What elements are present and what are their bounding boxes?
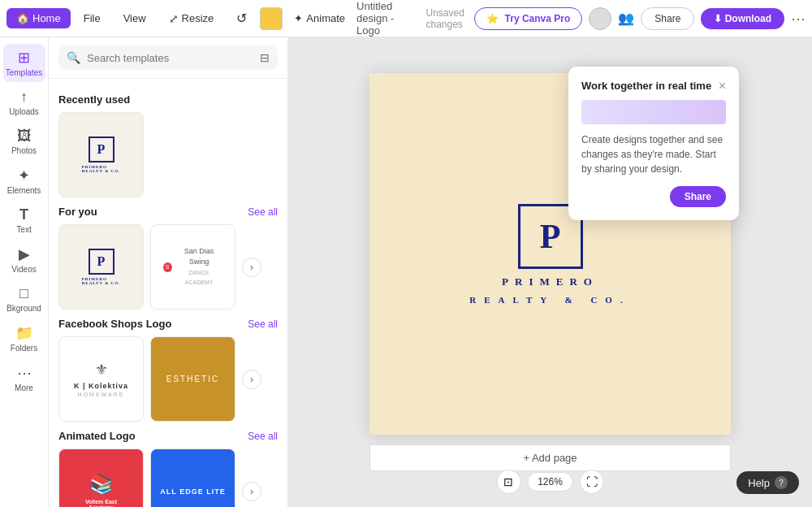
photos-tool-label: Photos — [11, 146, 37, 155]
try-canva-pro-button[interactable]: ⭐ Try Canva Pro — [474, 7, 582, 30]
for-you-header: For you See all — [58, 206, 278, 218]
facebook-shops-header: Facebook Shops Logo See all — [58, 318, 278, 330]
search-bar: 🔍 ⊟ — [49, 37, 287, 79]
avatar[interactable] — [589, 7, 611, 30]
file-button[interactable]: File — [74, 8, 110, 28]
download-label: Download — [725, 13, 771, 24]
tool-photos[interactable]: 🖼 Photos — [3, 123, 45, 160]
help-button[interactable]: Help ? — [736, 471, 799, 494]
filter-icon[interactable]: ⊟ — [260, 51, 270, 64]
more-tool-label: More — [15, 384, 33, 392]
for-you-see-all[interactable]: See all — [248, 206, 278, 218]
help-label: Help — [748, 477, 770, 489]
for-you-card-primero[interactable]: P PRIMEROREALTY & CO. — [58, 224, 144, 310]
tool-folders[interactable]: 📁 Folders — [3, 319, 45, 358]
topbar-left: 🏠 Home File View ⤢ Resize ↺ ✦ Animate — [6, 6, 353, 30]
vollem-text: Vollem EastAcademy — [85, 499, 117, 508]
tooltip-popup: Work together in real time × Create desi… — [568, 67, 739, 220]
resize-button[interactable]: ⤢ Resize — [159, 8, 224, 29]
for-you-card-sandias[interactable]: S San Dias SwingDANCE ACADEMY — [150, 224, 235, 310]
tool-elements[interactable]: ✦ Elements — [3, 162, 45, 200]
elements-icon: ✦ — [18, 167, 30, 184]
topbar-right: ⭐ Try Canva Pro 👥 Share ⬇ Download ⋯ — [474, 7, 806, 30]
for-you-mini-text: PRIMEROREALTY & CO. — [82, 277, 121, 285]
tool-videos[interactable]: ▶ Videos — [3, 240, 45, 279]
zoom-expand-button[interactable]: ⛶ — [580, 470, 604, 494]
vollem-preview: 📚 Vollem EastAcademy — [61, 451, 142, 508]
tools-sidebar: ⊞ Templates ↑ Uploads 🖼 Photos ✦ Element… — [0, 37, 49, 507]
file-label: File — [84, 12, 101, 24]
recently-used-card-primero[interactable]: P PRIMEROREALTY & CO. — [58, 112, 144, 197]
kolektiva-icon: ⚜ — [95, 361, 108, 379]
esthetic-preview: ESTHETIC — [157, 343, 230, 416]
tooltip-close-button[interactable]: × — [719, 80, 726, 93]
vollem-icon: 📚 — [89, 473, 114, 496]
share-button[interactable]: Share — [641, 7, 694, 30]
folders-icon: 📁 — [15, 324, 33, 342]
animate-button[interactable]: ✦ Animate — [286, 8, 353, 28]
mini-logo-box: P — [89, 136, 114, 162]
background-icon: □ — [19, 285, 28, 302]
more-icon: ⋯ — [17, 364, 32, 382]
animated-chevron-right[interactable]: › — [242, 482, 261, 501]
view-button[interactable]: View — [114, 8, 156, 28]
shop-card-kolektiva[interactable]: ⚜ K | KolektivaHOMEWARE — [58, 336, 144, 422]
logo-letter: P — [540, 217, 561, 256]
shop-card-esthetic[interactable]: ESTHETIC — [150, 336, 235, 422]
for-you-mini-box: P — [89, 249, 114, 275]
animated-row: 📚 Vollem EastAcademy ALL EDGE LITE › — [58, 448, 278, 507]
topbar: 🏠 Home File View ⤢ Resize ↺ ✦ Animate Un… — [0, 0, 812, 37]
esthetic-text: ESTHETIC — [166, 375, 219, 384]
zoom-display[interactable]: 126% — [527, 472, 573, 492]
home-icon: 🏠 — [16, 12, 29, 24]
zoom-fit-button[interactable]: ⊡ — [496, 470, 520, 494]
home-button[interactable]: 🏠 Home — [6, 8, 71, 28]
download-button[interactable]: ⬇ Download — [701, 8, 784, 29]
tool-text[interactable]: T Text — [3, 202, 45, 239]
templates-scroll: Recently used P PRIMEROREALTY & CO. For … — [49, 79, 287, 507]
download-icon: ⬇ — [714, 13, 722, 24]
color-swatch[interactable] — [260, 7, 283, 30]
alledge-preview: ALL EDGE LITE — [153, 451, 234, 508]
tooltip-purple-bar — [581, 100, 726, 124]
add-page-button[interactable]: + Add page — [369, 444, 731, 471]
facebook-shops-see-all[interactable]: See all — [248, 318, 278, 330]
kolektiva-preview: ⚜ K | KolektivaHOMEWARE — [65, 343, 138, 416]
zoom-bar: ⊡ 126% ⛶ — [496, 470, 604, 494]
pro-icon: ⭐ — [486, 13, 499, 24]
for-you-primero-thumb: P PRIMEROREALTY & CO. — [65, 231, 138, 304]
animated-card-vollem[interactable]: 📚 Vollem EastAcademy — [58, 448, 144, 507]
view-label: View — [123, 12, 146, 24]
templates-icon: ⊞ — [18, 49, 30, 67]
tooltip-title: Work together in real time — [581, 80, 711, 93]
alledge-text: ALL EDGE LITE — [160, 488, 225, 496]
unsaved-label: Unsaved changes — [425, 7, 471, 30]
recently-used-grid: P PRIMEROREALTY & CO. — [58, 112, 278, 197]
tool-uploads[interactable]: ↑ Uploads — [3, 84, 45, 121]
shops-chevron-right[interactable]: › — [242, 370, 261, 389]
text-icon: T — [19, 206, 28, 223]
background-tool-label: Bkground — [6, 304, 41, 313]
animate-label: Animate — [306, 12, 345, 24]
animated-card-alledge[interactable]: ALL EDGE LITE — [150, 448, 235, 507]
tool-background[interactable]: □ Bkground — [3, 280, 45, 318]
settings-icon[interactable]: ⋯ — [791, 10, 806, 28]
for-you-chevron-right[interactable]: › — [242, 258, 261, 277]
tool-more[interactable]: ⋯ More — [3, 359, 45, 397]
canvas-area: Work together in real time × Create desi… — [288, 37, 812, 507]
search-input[interactable] — [87, 52, 253, 64]
design-title: Untitled design - Logo — [356, 0, 416, 37]
photos-icon: 🖼 — [17, 128, 32, 145]
tooltip-share-button[interactable]: Share — [670, 186, 726, 207]
tool-templates[interactable]: ⊞ Templates — [3, 44, 45, 82]
zoom-level: 126% — [538, 476, 563, 488]
kolektiva-name: K | KolektivaHOMEWARE — [74, 382, 128, 398]
tooltip-body: Create designs together and see changes … — [581, 132, 726, 176]
resize-label: Resize — [182, 12, 214, 24]
videos-tool-label: Videos — [11, 265, 36, 274]
undo-button[interactable]: ↺ — [227, 6, 257, 30]
animated-logo-see-all[interactable]: See all — [248, 431, 278, 442]
videos-icon: ▶ — [19, 245, 30, 263]
animated-logo-title: Animated Logo — [58, 430, 136, 442]
sandias-text: San Dias SwingDANCE ACADEMY — [175, 246, 223, 287]
